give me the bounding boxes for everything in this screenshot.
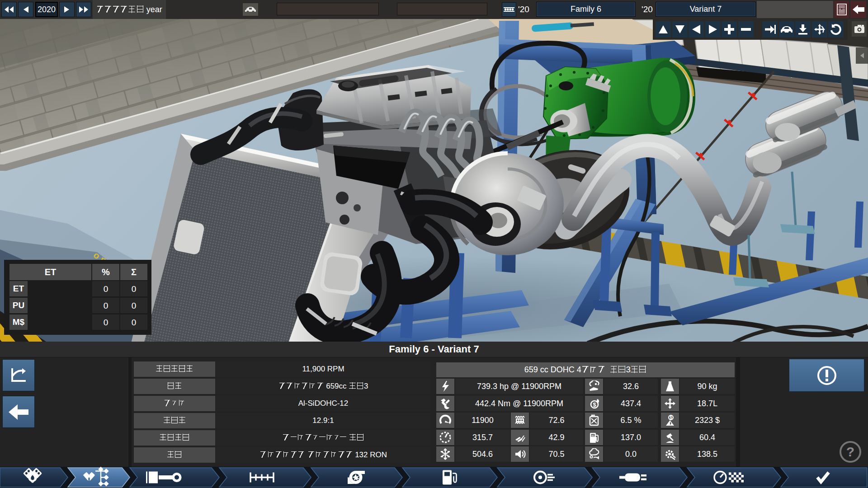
svg-text:91: 91 <box>591 434 594 437</box>
svg-text:$: $ <box>593 401 596 408</box>
svg-text:$: $ <box>670 415 672 420</box>
svg-text:?: ? <box>846 444 854 459</box>
